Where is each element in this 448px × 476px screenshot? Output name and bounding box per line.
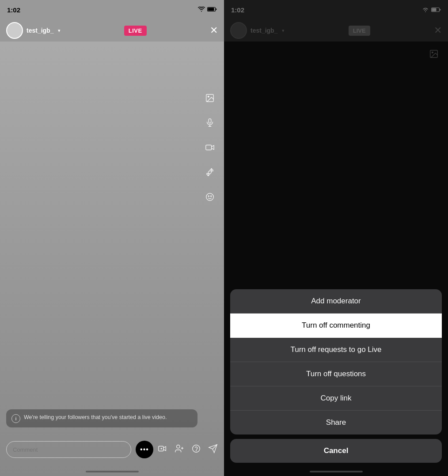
question-icon[interactable] [191,444,201,456]
svg-point-10 [211,196,212,196]
add-guest-icon[interactable] [158,444,167,456]
info-icon: i [11,414,20,423]
live-badge-right: LIVE [349,26,370,36]
username-right: test_igb_ [251,27,277,34]
status-bar-left: 1:02 [0,0,224,19]
action-add-moderator[interactable]: Add moderator [230,289,442,314]
home-indicator-left [86,471,139,472]
right-screen: 1:02 test_igb_ ▾ LIVE ✕ Add moderator [224,0,448,476]
svg-rect-7 [206,145,212,150]
video-icon[interactable] [202,140,218,155]
flip-camera-icon[interactable] [202,164,218,180]
svg-point-3 [208,96,209,97]
time-right: 1:02 [231,6,244,14]
notification-text: We're telling your followers that you've… [24,414,167,422]
bottom-bar-left: ••• [6,441,218,458]
wifi-icon-left [198,7,205,13]
live-content-left: i We're telling your followers that you'… [0,42,224,476]
action-turn-off-commenting[interactable]: Turn off commenting [230,314,442,338]
live-badge-left: LIVE [124,26,147,36]
chevron-down-icon-right: ▾ [282,28,285,34]
action-copy-link[interactable]: Copy link [230,386,442,411]
status-icons-right [422,7,441,12]
svg-point-9 [208,196,209,196]
left-screen: 1:02 test_igb_ ▾ LIVE ✕ [0,0,224,476]
action-sheet: Add moderator Turn off commenting Turn o… [230,289,442,434]
action-turn-off-questions[interactable]: Turn off questions [230,362,442,386]
action-turn-off-requests[interactable]: Turn off requests to go Live [230,338,442,362]
status-icons-left [198,7,217,13]
more-dots-icon: ••• [140,446,149,453]
image-icon[interactable] [202,90,218,106]
side-icons-right [426,46,442,62]
battery-icon-right [431,7,441,12]
top-bar-right: test_igb_ ▾ LIVE ✕ [224,19,448,42]
username-left: test_igb_ [27,27,53,34]
svg-rect-22 [432,8,437,11]
time-left: 1:02 [7,6,20,14]
chevron-down-icon-left: ▾ [58,28,61,34]
svg-point-8 [206,193,214,201]
side-icons-left [202,90,218,205]
svg-point-18 [196,450,197,451]
home-indicator-right [310,471,363,472]
send-icon[interactable] [208,444,218,456]
top-bar-left: test_igb_ ▾ LIVE ✕ [0,19,224,42]
wifi-icon-right [422,7,429,12]
action-share[interactable]: Share [230,411,442,434]
battery-icon-left [207,7,217,13]
avatar-left [6,22,23,39]
action-sheet-overlay: Add moderator Turn off commenting Turn o… [224,289,448,476]
svg-point-14 [177,445,180,448]
comment-input[interactable] [6,441,131,458]
svg-rect-1 [208,8,214,11]
svg-rect-4 [209,119,211,123]
action-icons-bar [158,444,218,456]
status-bar-right: 1:02 [224,0,448,19]
close-button-left[interactable]: ✕ [210,25,218,36]
svg-point-17 [193,445,200,452]
avatar-right [230,22,247,39]
invite-icon[interactable] [175,444,184,456]
image-icon-right [426,46,442,62]
cancel-button[interactable]: Cancel [230,439,442,463]
microphone-icon[interactable] [202,115,218,131]
user-info-right: test_igb_ ▾ [230,22,285,39]
notification-bar: i We're telling your followers that you'… [6,409,197,427]
user-info-left: test_igb_ ▾ [6,22,61,39]
close-button-right: ✕ [434,25,442,36]
more-button[interactable]: ••• [136,441,153,458]
emoji-icon[interactable] [202,189,218,205]
svg-point-24 [432,52,433,53]
